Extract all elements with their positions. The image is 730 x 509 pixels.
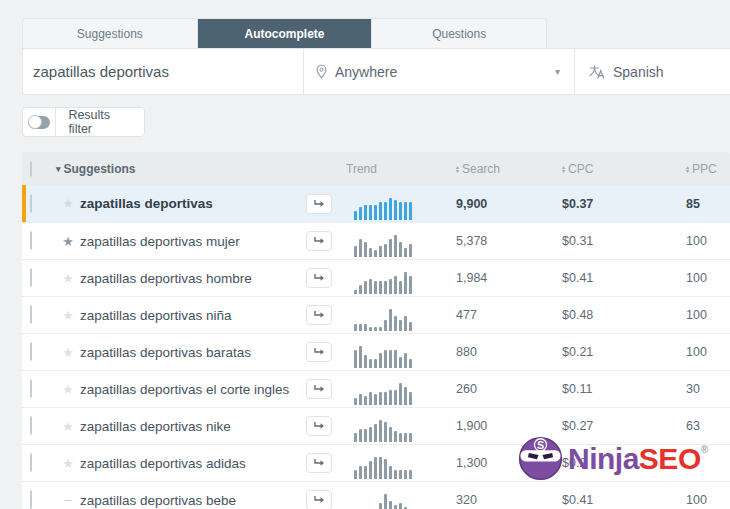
cpc-value: $0.48 xyxy=(560,308,682,322)
keyword-input[interactable] xyxy=(33,63,303,80)
ninja-logo-icon: S xyxy=(518,436,563,481)
trend-sparkline xyxy=(344,453,448,479)
ninjaseo-watermark: S NinjaSEO® xyxy=(518,436,708,481)
row-checkbox[interactable] xyxy=(30,379,32,398)
search-volume: 320 xyxy=(448,493,560,507)
language-selector[interactable]: Spanish xyxy=(574,49,730,94)
favorite-star-icon[interactable]: ★ xyxy=(56,382,80,397)
cpc-value: $0.41 xyxy=(560,493,682,507)
header-suggestions[interactable]: Suggestions xyxy=(56,162,300,176)
append-keyword-button[interactable] xyxy=(306,231,332,251)
row-checkbox[interactable] xyxy=(30,342,32,361)
subdirectory-arrow-icon xyxy=(313,495,325,505)
search-volume: 5,378 xyxy=(448,234,560,248)
append-keyword-button[interactable] xyxy=(306,490,332,509)
brand-seo: SEO xyxy=(639,442,701,476)
favorite-star-icon[interactable]: ★ xyxy=(56,345,80,360)
suggestion-keyword: zapatillas deportivas xyxy=(80,196,300,211)
chevron-down-icon: ▾ xyxy=(555,66,560,77)
subdirectory-arrow-icon xyxy=(313,310,325,320)
favorite-star-icon[interactable]: ★ xyxy=(56,308,80,323)
language-value: Spanish xyxy=(613,64,664,80)
cpc-value: $0.41 xyxy=(560,271,682,285)
suggestion-keyword: zapatillas deportivas bebe xyxy=(80,493,300,508)
ppc-value: 63 xyxy=(682,419,730,433)
filter-label: Results filter xyxy=(56,108,144,136)
suggestion-keyword: zapatillas deportivas el corte ingles xyxy=(80,382,300,397)
row-checkbox[interactable] xyxy=(30,305,32,324)
table-row: ★zapatillas deportivas baratas880$0.2110… xyxy=(22,334,730,371)
favorite-star-icon[interactable]: ★ xyxy=(56,419,80,434)
ppc-value: 85 xyxy=(682,197,730,211)
favorite-star-icon[interactable]: ★ xyxy=(56,456,80,471)
trend-sparkline xyxy=(344,231,448,257)
search-volume: 477 xyxy=(448,308,560,322)
dash-icon[interactable]: – xyxy=(56,493,80,507)
table-row: ★zapatillas deportivas9,900$0.3785 xyxy=(22,185,730,223)
subdirectory-arrow-icon xyxy=(313,347,325,357)
row-checkbox[interactable] xyxy=(30,194,32,213)
row-checkbox[interactable] xyxy=(30,416,32,435)
trend-sparkline xyxy=(344,490,448,509)
row-checkbox[interactable] xyxy=(30,231,32,250)
cpc-value: $0.11 xyxy=(560,382,682,396)
favorite-star-icon[interactable]: ★ xyxy=(56,271,80,286)
search-volume: 9,900 xyxy=(448,197,560,211)
table-row: ★zapatillas deportivas mujer5,378$0.3110… xyxy=(22,223,730,260)
favorite-star-icon[interactable]: ★ xyxy=(56,196,80,211)
search-volume: 1,984 xyxy=(448,271,560,285)
append-keyword-button[interactable] xyxy=(306,379,332,399)
results-filter-button[interactable]: Results filter xyxy=(22,107,145,137)
subdirectory-arrow-icon xyxy=(313,421,325,431)
header-cpc[interactable]: ▴▾CPC xyxy=(560,162,682,176)
translate-icon xyxy=(589,65,605,79)
search-bar: Anywhere ▾ Spanish xyxy=(22,48,730,95)
subdirectory-arrow-icon xyxy=(313,273,325,283)
header-search[interactable]: ▴▾Search xyxy=(448,162,560,176)
brand-ninja: Ninja xyxy=(568,442,639,476)
subdirectory-arrow-icon xyxy=(313,236,325,246)
trend-sparkline xyxy=(344,342,448,368)
cpc-value: $0.27 xyxy=(560,419,682,433)
select-all-checkbox[interactable] xyxy=(30,161,32,177)
append-keyword-button[interactable] xyxy=(306,416,332,436)
tab-bar: Suggestions Autocomplete Questions xyxy=(22,18,547,48)
ppc-value: 100 xyxy=(682,234,730,248)
row-checkbox[interactable] xyxy=(30,490,32,509)
search-volume: 260 xyxy=(448,382,560,396)
trend-sparkline xyxy=(344,268,448,294)
subdirectory-arrow-icon xyxy=(313,458,325,468)
ppc-value: 100 xyxy=(682,308,730,322)
cpc-value: $0.31 xyxy=(560,234,682,248)
row-checkbox[interactable] xyxy=(30,453,32,472)
suggestion-keyword: zapatillas deportivas baratas xyxy=(80,345,300,360)
append-keyword-button[interactable] xyxy=(306,194,332,214)
search-volume: 880 xyxy=(448,345,560,359)
header-trend: Trend xyxy=(300,162,448,176)
append-keyword-button[interactable] xyxy=(306,342,332,362)
registered-mark: ® xyxy=(701,444,708,455)
tab-suggestions[interactable]: Suggestions xyxy=(23,19,198,48)
suggestion-keyword: zapatillas deportivas niña xyxy=(80,308,300,323)
suggestion-keyword: zapatillas deportivas mujer xyxy=(80,234,300,249)
append-keyword-button[interactable] xyxy=(306,305,332,325)
cpc-value: $0.21 xyxy=(560,345,682,359)
table-row: ★zapatillas deportivas el corte ingles26… xyxy=(22,371,730,408)
trend-sparkline xyxy=(344,194,448,220)
favorite-star-icon[interactable]: ★ xyxy=(56,234,80,249)
table-header: Suggestions Trend ▴▾Search ▴▾CPC ▴▾PPC xyxy=(22,152,730,185)
tab-autocomplete[interactable]: Autocomplete xyxy=(198,19,373,48)
ppc-value: 100 xyxy=(682,493,730,507)
filter-toggle-icon[interactable] xyxy=(28,116,50,129)
append-keyword-button[interactable] xyxy=(306,268,332,288)
suggestion-keyword: zapatillas deportivas hombre xyxy=(80,271,300,286)
location-pin-icon xyxy=(316,64,327,79)
ppc-value: 30 xyxy=(682,382,730,396)
append-keyword-button[interactable] xyxy=(306,453,332,473)
subdirectory-arrow-icon xyxy=(313,199,325,209)
sort-icon: ▴▾ xyxy=(456,165,459,174)
row-checkbox[interactable] xyxy=(30,268,32,287)
location-selector[interactable]: Anywhere ▾ xyxy=(303,49,574,94)
tab-questions[interactable]: Questions xyxy=(372,19,546,48)
header-ppc[interactable]: ▴▾PPC xyxy=(682,162,730,176)
